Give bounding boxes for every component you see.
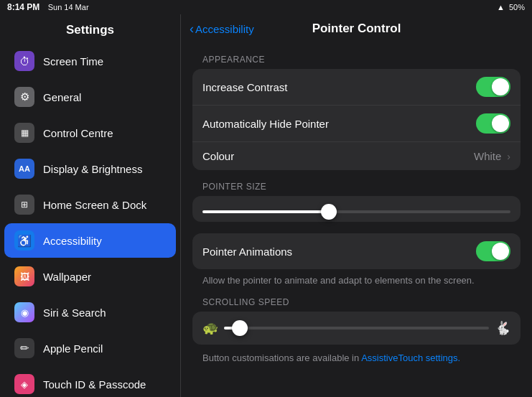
sidebar-label-siri-search: Siri & Search — [43, 307, 106, 319]
appearance-card: Increase Contrast Automatically Hide Poi… — [192, 69, 521, 170]
sidebar-label-apple-pencil: Apple Pencil — [43, 342, 103, 355]
auto-hide-toggle[interactable] — [476, 113, 510, 134]
sidebar-label-home-screen: Home Screen & Dock — [43, 199, 146, 211]
sidebar-item-screen-time[interactable]: ⏱ Screen Time — [4, 44, 176, 78]
sidebar-label-general: General — [43, 91, 81, 103]
sidebar-label-wallpaper: Wallpaper — [43, 271, 91, 283]
back-chevron-icon: ‹ — [190, 22, 194, 37]
pointer-animations-row: Pointer Animations — [192, 233, 521, 269]
sidebar-title: Settings — [0, 14, 180, 43]
increase-contrast-toggle[interactable] — [476, 77, 510, 97]
assistive-touch-prefix: Button customisations are available in — [202, 352, 361, 363]
scrolling-speed-track[interactable] — [224, 327, 489, 330]
accessibility-icon: ♿ — [14, 230, 34, 251]
touchid-icon: ◈ — [14, 374, 34, 394]
sidebar-item-siri-search[interactable]: ◉ Siri & Search — [4, 295, 176, 330]
sidebar-label-display-brightness: Display & Brightness — [43, 163, 142, 175]
detail-panel: ‹ Accessibility Pointer Control APPEARAN… — [181, 14, 532, 397]
siri-icon: ◉ — [14, 302, 34, 322]
nav-bar: ‹ Accessibility Pointer Control — [181, 14, 532, 43]
increase-contrast-row: Increase Contrast — [192, 69, 521, 106]
detail-title: Pointer Control — [312, 22, 401, 36]
assistive-touch-link[interactable]: AssistiveTouch settings. — [361, 352, 460, 363]
pointer-size-track[interactable] — [202, 210, 510, 213]
pointer-animations-label: Pointer Animations — [202, 246, 292, 258]
colour-row[interactable]: Colour White › — [192, 142, 521, 170]
display-brightness-icon: AA — [14, 159, 34, 179]
sidebar-label-control-centre: Control Centre — [43, 127, 113, 139]
home-screen-icon: ⊞ — [14, 195, 34, 215]
sidebar-item-control-centre[interactable]: ▦ Control Centre — [4, 116, 176, 150]
wallpaper-icon: 🖼 — [14, 266, 34, 286]
status-bar: 8:14 PM Sun 14 Mar ▲ 50% — [0, 0, 532, 14]
pointer-animations-description: Allow the pointer to animate and adapt t… — [192, 271, 521, 286]
sidebar-item-apple-pencil[interactable]: ✏ Apple Pencil — [4, 331, 176, 365]
screen-time-icon: ⏱ — [14, 51, 34, 71]
assistive-touch-text: Button customisations are available in A… — [192, 346, 521, 365]
pointer-size-thumb[interactable] — [321, 204, 337, 220]
sidebar-item-touchid[interactable]: ◈ Touch ID & Passcode — [4, 367, 176, 397]
pointer-size-section-label: POINTER SIZE — [202, 182, 521, 192]
scrolling-speed-card: 🐢 🐇 — [192, 312, 521, 345]
wifi-icon: ▲ — [497, 3, 505, 11]
scrolling-speed-section-label: SCROLLING SPEED — [202, 297, 521, 307]
battery-indicator: 50% — [509, 3, 525, 11]
back-button[interactable]: ‹ Accessibility — [190, 22, 254, 37]
sidebar-label-screen-time: Screen Time — [43, 55, 103, 67]
scrolling-speed-thumb[interactable] — [232, 320, 248, 336]
colour-label: Colour — [202, 150, 234, 162]
auto-hide-row: Automatically Hide Pointer — [192, 106, 521, 142]
scroll-slow-icon: 🐢 — [202, 320, 218, 336]
pointer-size-card — [192, 196, 521, 222]
status-time: 8:14 PM — [7, 2, 39, 12]
sidebar-item-wallpaper[interactable]: 🖼 Wallpaper — [4, 259, 176, 294]
general-icon: ⚙ — [14, 87, 34, 107]
sidebar-item-display-brightness[interactable]: AA Display & Brightness — [4, 151, 176, 186]
auto-hide-label: Automatically Hide Pointer — [202, 118, 329, 130]
increase-contrast-label: Increase Contrast — [202, 81, 287, 93]
colour-chevron-icon: › — [507, 151, 510, 162]
control-centre-icon: ▦ — [14, 123, 34, 143]
sidebar-label-accessibility: Accessibility — [43, 235, 102, 247]
sidebar-label-touchid: Touch ID & Passcode — [43, 378, 146, 391]
scroll-fast-icon: 🐇 — [495, 320, 510, 336]
pencil-icon: ✏ — [14, 338, 34, 358]
status-date: Sun 14 Mar — [48, 3, 89, 11]
sidebar-item-accessibility[interactable]: ♿ Accessibility — [4, 223, 176, 258]
sidebar-item-general[interactable]: ⚙ General — [4, 80, 176, 114]
colour-value: White — [474, 150, 501, 162]
pointer-animations-toggle[interactable] — [476, 241, 510, 261]
sidebar: Settings ⏱ Screen Time ⚙ General ▦ Contr… — [0, 14, 181, 397]
pointer-animations-card: Pointer Animations — [192, 233, 521, 269]
appearance-section-label: APPEARANCE — [202, 55, 521, 65]
back-label: Accessibility — [195, 23, 254, 35]
sidebar-item-home-screen[interactable]: ⊞ Home Screen & Dock — [4, 187, 176, 222]
